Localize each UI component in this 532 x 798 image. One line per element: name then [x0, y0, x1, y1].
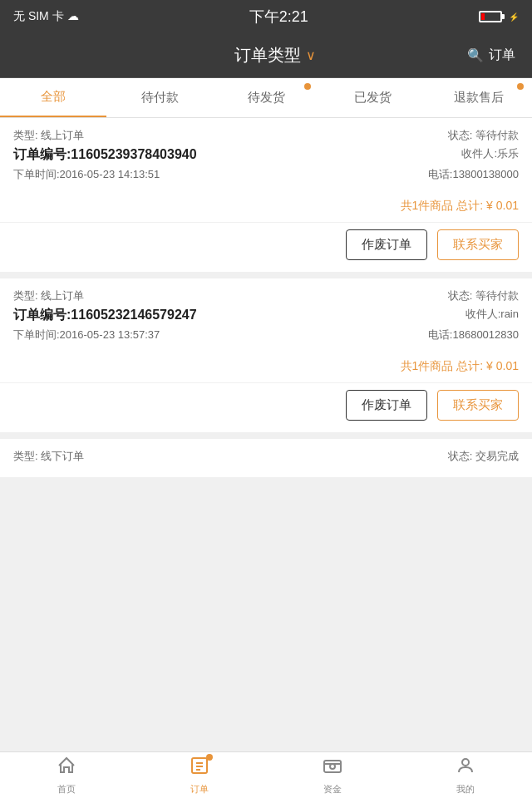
order-status-2: 状态: 等待付款: [448, 288, 519, 303]
order-actions-1: 作废订单 联系买家: [0, 222, 532, 272]
order-summary-2: 共1件商品 总计: ¥ 0.01: [0, 352, 532, 382]
status-time: 下午2:21: [249, 7, 308, 27]
order-type-row-1: 类型: 线上订单 状态: 等待付款: [13, 128, 519, 143]
tab-pending-pay-label: 待付款: [141, 90, 179, 106]
tab-refund-label: 退款售后: [454, 90, 504, 106]
status-left: 无 SIM 卡 ☁: [13, 9, 79, 24]
order-status-1: 状态: 等待付款: [448, 128, 519, 143]
tab-pending-ship-dot: [304, 83, 311, 90]
cancel-order-button-1[interactable]: 作废订单: [346, 229, 427, 260]
nav-title-text: 订单类型: [234, 44, 301, 66]
order-time-2: 下单时间:2016-05-23 13:57:37: [13, 328, 160, 342]
chevron-down-icon: ∨: [306, 47, 316, 63]
order-type-2: 类型: 线上订单: [13, 288, 84, 303]
order-card-3-partial: 类型: 线下订单 状态: 交易完成: [0, 439, 532, 477]
orders-badge: [206, 754, 213, 761]
order-type-1: 类型: 线上订单: [13, 128, 84, 143]
bottom-nav-home-label: 首页: [57, 783, 76, 796]
bottom-nav-finance[interactable]: 资金: [266, 756, 399, 796]
order-id-row-2: 订单编号:11605232146579247 收件人:rain: [13, 307, 519, 324]
order-card-1: 类型: 线上订单 状态: 等待付款 订单编号:11605239378403940…: [0, 118, 532, 272]
order-type-row-2: 类型: 线上订单 状态: 等待付款: [13, 288, 519, 303]
bottom-nav-orders-label: 订单: [190, 783, 209, 796]
order-phone-1: 电话:13800138000: [428, 167, 519, 182]
tab-pending-ship-label: 待发货: [248, 90, 285, 106]
tab-refund-dot: [517, 83, 524, 90]
nav-search-button[interactable]: 🔍 订单: [467, 47, 515, 64]
bottom-nav-home[interactable]: 首页: [0, 756, 133, 796]
battery-icon: [479, 11, 502, 22]
bottom-nav-orders[interactable]: 订单: [133, 756, 266, 796]
order-status-3: 状态: 交易完成: [448, 449, 519, 464]
tab-refund[interactable]: 退款售后: [426, 78, 532, 117]
orders-icon: [190, 756, 209, 781]
svg-point-7: [462, 759, 469, 766]
order-actions-2: 作废订单 联系买家: [0, 382, 532, 432]
tab-all-label: 全部: [41, 89, 66, 105]
order-type-row-3: 类型: 线下订单 状态: 交易完成: [13, 449, 519, 464]
contact-buyer-button-2[interactable]: 联系买家: [437, 390, 519, 421]
order-info-2: 类型: 线上订单 状态: 等待付款 订单编号:11605232146579247…: [0, 278, 532, 352]
search-icon: 🔍: [467, 47, 484, 63]
order-receiver-1: 收件人:乐乐: [461, 146, 519, 164]
bottom-nav-finance-label: 资金: [323, 783, 342, 796]
sim-label: 无 SIM 卡 ☁: [13, 9, 79, 24]
order-time-row-2: 下单时间:2016-05-23 13:57:37 电话:18680012830: [13, 328, 519, 342]
nav-title[interactable]: 订单类型 ∨: [234, 44, 316, 66]
order-no-2: 订单编号:11605232146579247: [13, 307, 197, 324]
tab-pending-ship[interactable]: 待发货: [213, 78, 319, 117]
status-right: ⚡: [479, 11, 519, 22]
order-receiver-2: 收件人:rain: [466, 307, 519, 324]
nav-search-label: 订单: [489, 47, 515, 64]
tab-pending-pay[interactable]: 待付款: [106, 78, 213, 117]
bottom-nav-mine-label: 我的: [456, 783, 475, 796]
tab-all[interactable]: 全部: [0, 78, 106, 117]
mine-icon: [456, 756, 475, 781]
bottom-nav-mine[interactable]: 我的: [399, 756, 532, 796]
order-summary-1: 共1件商品 总计: ¥ 0.01: [0, 192, 532, 222]
home-icon: [57, 756, 76, 781]
order-list: 类型: 线上订单 状态: 等待付款 订单编号:11605239378403940…: [0, 118, 532, 751]
order-time-1: 下单时间:2016-05-23 14:13:51: [13, 167, 160, 182]
svg-rect-4: [324, 761, 341, 772]
finance-icon: [323, 756, 342, 781]
charging-icon: ⚡: [509, 12, 519, 22]
order-time-row-1: 下单时间:2016-05-23 14:13:51 电话:13800138000: [13, 167, 519, 182]
order-no-1: 订单编号:11605239378403940: [13, 146, 197, 164]
bottom-nav: 首页 订单 资金 我: [0, 751, 532, 798]
tab-shipped[interactable]: 已发货: [319, 78, 426, 117]
order-info-1: 类型: 线上订单 状态: 等待付款 订单编号:11605239378403940…: [0, 118, 532, 192]
nav-bar: 订单类型 ∨ 🔍 订单: [0, 33, 532, 78]
cancel-order-button-2[interactable]: 作废订单: [346, 390, 427, 421]
order-phone-2: 电话:18680012830: [428, 328, 519, 342]
tab-shipped-label: 已发货: [354, 90, 392, 106]
status-bar: 无 SIM 卡 ☁ 下午2:21 ⚡: [0, 0, 532, 33]
top-tab-bar: 全部 待付款 待发货 已发货 退款售后: [0, 78, 532, 118]
order-card-2: 类型: 线上订单 状态: 等待付款 订单编号:11605232146579247…: [0, 278, 532, 432]
order-id-row-1: 订单编号:11605239378403940 收件人:乐乐: [13, 146, 519, 164]
contact-buyer-button-1[interactable]: 联系买家: [437, 229, 519, 260]
order-type-3: 类型: 线下订单: [13, 449, 84, 464]
